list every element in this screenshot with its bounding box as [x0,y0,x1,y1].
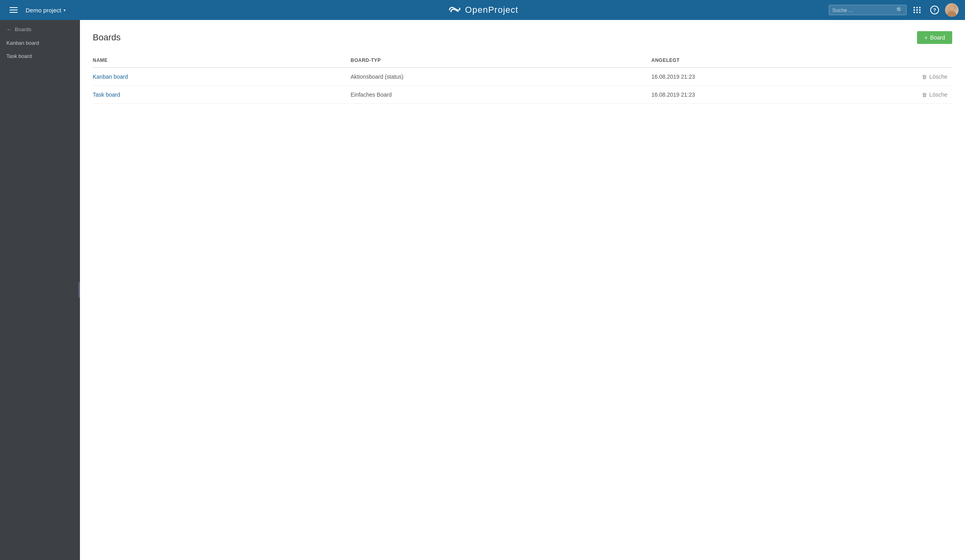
sidebar-back-button[interactable]: ← Boards [0,20,80,36]
avatar-image [945,3,959,17]
search-input[interactable] [832,7,896,13]
top-navigation: Demo project ▾ OpenProject 🔍 ? [0,0,965,20]
project-selector[interactable]: Demo project ▾ [26,7,66,14]
sidebar-item-task-board[interactable]: Task board [0,50,80,63]
board-name-cell: Kanban board [93,68,351,86]
app-name-label: OpenProject [465,5,518,15]
chevron-down-icon: ▾ [64,8,66,12]
svg-point-2 [949,6,954,11]
sidebar-section-title: Boards [15,26,31,32]
search-button[interactable]: 🔍 [896,7,903,13]
board-actions-cell: 🗑 Lösche [866,68,952,86]
app-logo: OpenProject [447,5,518,15]
table-row: Kanban board Aktionsboard (status) 16.08… [93,68,952,86]
table-body: Kanban board Aktionsboard (status) 16.08… [93,68,952,104]
column-header-actions [866,54,952,68]
column-header-name: NAME [93,54,351,68]
kanban-board-link[interactable]: Kanban board [93,73,128,80]
table-row: Task board Einfaches Board 16.08.2019 21… [93,86,952,104]
page-header: Boards + Board [93,31,952,44]
delete-task-button[interactable]: 🗑 Lösche [866,91,947,98]
trash-icon: 🗑 [922,74,927,80]
search-box: 🔍 [829,5,907,15]
table-header: NAME BOARD-TYP ANGELEGT [93,54,952,68]
trash-icon: 🗑 [922,92,927,98]
board-created-cell: 16.08.2019 21:23 [652,86,867,104]
grid-dots-icon [913,7,921,13]
board-type-cell: Einfaches Board [351,86,652,104]
column-header-type: BOARD-TYP [351,54,652,68]
openproject-logo-icon [447,5,461,15]
help-button[interactable]: ? [927,3,942,17]
board-actions-cell: 🗑 Lösche [866,86,952,104]
sidebar-item-label: Task board [6,53,32,59]
svg-point-1 [947,11,956,17]
task-board-link[interactable]: Task board [93,91,120,98]
nav-right-area: 🔍 ? [829,3,959,17]
hamburger-menu-button[interactable] [6,6,21,14]
column-header-created: ANGELEGT [652,54,867,68]
delete-label: Lösche [929,91,947,98]
sidebar: ← Boards Kanban board Task board [0,20,80,560]
sidebar-item-label: Kanban board [6,40,39,46]
delete-kanban-button[interactable]: 🗑 Lösche [866,73,947,80]
project-name-label: Demo project [26,7,61,14]
grid-menu-button[interactable] [910,3,924,17]
question-mark-icon: ? [930,6,939,14]
plus-icon: + [924,34,927,41]
boards-table: NAME BOARD-TYP ANGELEGT Kanban board Akt… [93,54,952,104]
main-layout: ← Boards Kanban board Task board Boards … [0,20,965,560]
board-type-cell: Aktionsboard (status) [351,68,652,86]
delete-label: Lösche [929,73,947,80]
board-created-cell: 16.08.2019 21:23 [652,68,867,86]
add-board-label: Board [930,34,945,41]
user-avatar[interactable] [945,3,959,17]
back-arrow-icon: ← [6,26,12,32]
sidebar-resize-handle[interactable] [78,282,80,298]
sidebar-item-kanban-board[interactable]: Kanban board [0,36,80,50]
board-name-cell: Task board [93,86,351,104]
main-content: Boards + Board NAME BOARD-TYP ANGELEGT K… [80,20,965,560]
add-board-button[interactable]: + Board [917,31,952,44]
page-title: Boards [93,32,121,43]
avatar-person-icon [945,3,959,17]
